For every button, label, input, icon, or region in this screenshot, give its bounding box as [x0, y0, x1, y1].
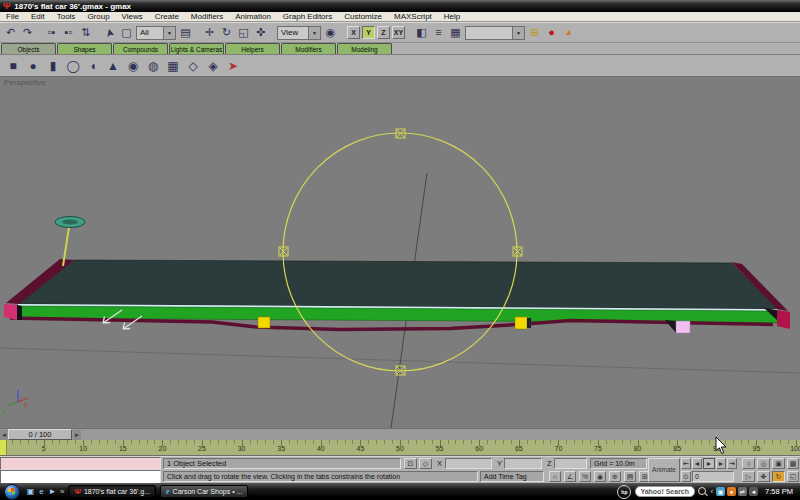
maxscript-listener-field[interactable]: [0, 470, 161, 484]
track-view-icon[interactable]: ▤: [624, 471, 636, 482]
flatcar-deck-top[interactable]: [18, 260, 777, 309]
min-max-toggle-icon[interactable]: ◱: [787, 471, 799, 482]
geosphere-primitive-icon[interactable]: ◉: [125, 57, 141, 75]
undo-button[interactable]: ↶: [3, 25, 18, 41]
tab-modeling[interactable]: Modeling: [337, 43, 392, 54]
arc-rotate-icon[interactable]: ↻: [772, 471, 785, 482]
time-slider-next-button[interactable]: ►: [73, 430, 81, 440]
search-icon[interactable]: [698, 487, 706, 495]
select-by-name-button[interactable]: ▤: [178, 25, 193, 41]
hp-logo-icon[interactable]: hp: [617, 485, 631, 499]
menu-item-graph-editors[interactable]: Graph Editors: [277, 12, 338, 21]
time-slider[interactable]: ◄ 0 / 100 ►: [0, 428, 800, 440]
go-to-start-button[interactable]: ⇤: [681, 458, 691, 469]
coord-z-field[interactable]: [554, 458, 587, 469]
tab-shapes[interactable]: Shapes: [57, 43, 112, 54]
mirror-button[interactable]: ◧: [414, 25, 429, 41]
key-mode-toggle[interactable]: ⊙: [681, 471, 691, 482]
selection-lock-toggle[interactable]: ⊡: [404, 458, 417, 469]
zoom-all-icon[interactable]: ◎: [757, 458, 770, 469]
tray-icon-messenger[interactable]: ▣: [716, 487, 725, 496]
point-helper-primitive-icon[interactable]: ➤: [225, 57, 241, 75]
time-slider-prev-button[interactable]: ◄: [0, 430, 8, 440]
menu-item-group[interactable]: Group: [81, 12, 115, 21]
flatcar-right-end-cap[interactable]: [777, 310, 790, 329]
show-desktop-icon[interactable]: ▣: [25, 486, 36, 498]
box-primitive-icon[interactable]: ■: [5, 57, 21, 75]
menu-item-create[interactable]: Create: [149, 12, 185, 21]
rotate-gizmo[interactable]: [279, 129, 522, 375]
chevron-down-icon[interactable]: ▼: [163, 27, 175, 39]
named-selection-sets-button[interactable]: ▦: [448, 25, 463, 41]
tab-lights-cameras[interactable]: Lights & Cameras: [169, 43, 224, 54]
flatcar-left-end-cap[interactable]: [4, 304, 17, 320]
select-and-scale-button[interactable]: ◱: [236, 25, 251, 41]
schematic-view-button[interactable]: ⊞: [527, 25, 542, 41]
chevron-down-icon[interactable]: ▼: [308, 27, 320, 39]
select-and-rotate-button[interactable]: ↻: [219, 25, 234, 41]
align-button[interactable]: ≡: [431, 25, 446, 41]
frame-zero-marker[interactable]: [0, 440, 7, 456]
macro-recorder-field[interactable]: [0, 457, 161, 470]
quick-launch-overflow-chevron[interactable]: »: [60, 487, 64, 496]
hedra-primitive-icon[interactable]: ◇: [185, 57, 201, 75]
menu-item-tools[interactable]: Tools: [51, 12, 82, 21]
render-button[interactable]: ◕: [561, 25, 576, 41]
cylinder-primitive-icon[interactable]: ▮: [45, 57, 61, 75]
taskbar-clock[interactable]: 7:58 PM: [765, 487, 793, 496]
restrict-y-button[interactable]: Y: [362, 26, 375, 39]
tab-objects[interactable]: Objects: [1, 43, 56, 54]
snap-3d-icon[interactable]: ∩: [549, 471, 561, 482]
torus-knot-primitive-icon[interactable]: ◈: [205, 57, 221, 75]
media-player-icon[interactable]: ►: [47, 486, 58, 498]
selection-filter-dropdown[interactable]: All ▼: [136, 26, 176, 40]
tray-icon-network[interactable]: ⇄: [738, 487, 747, 496]
restrict-xy-plane-button[interactable]: XY: [392, 26, 405, 39]
menu-item-maxscript[interactable]: MAXScript: [388, 12, 438, 21]
select-object-button[interactable]: ➤: [100, 23, 119, 42]
restrict-x-button[interactable]: X: [347, 26, 360, 39]
coord-x-field[interactable]: [445, 458, 492, 469]
snap-percent-icon[interactable]: %: [579, 471, 591, 482]
zoom-tool-icon[interactable]: ○: [742, 458, 755, 469]
play-button[interactable]: ►: [703, 458, 715, 469]
tube-primitive-icon[interactable]: ◍: [145, 57, 161, 75]
coord-y-field[interactable]: [504, 458, 542, 469]
tray-icon-volume[interactable]: ◄: [749, 487, 758, 496]
menu-item-customize[interactable]: Customize: [338, 12, 388, 21]
restrict-z-button[interactable]: Z: [377, 26, 390, 39]
absolute-offset-toggle[interactable]: ◇: [419, 458, 432, 469]
cone-primitive-icon[interactable]: ▲: [105, 57, 121, 75]
add-time-tag[interactable]: Add Time Tag: [480, 471, 544, 482]
teapot-primitive-icon[interactable]: ◖: [85, 57, 101, 75]
torus-primitive-icon[interactable]: ◯: [65, 57, 81, 75]
menu-item-help[interactable]: Help: [438, 12, 466, 21]
chevron-down-icon[interactable]: ▼: [512, 27, 524, 39]
zoom-extents-icon[interactable]: ▣: [772, 458, 785, 469]
pivot-center-button[interactable]: ◉: [323, 25, 338, 41]
plane-primitive-icon[interactable]: ▦: [165, 57, 181, 75]
keyboard-override-icon[interactable]: ⊕: [609, 471, 621, 482]
detail-part-pink[interactable]: [676, 321, 690, 333]
redo-button[interactable]: ↷: [20, 25, 35, 41]
previous-frame-button[interactable]: ◄: [692, 458, 702, 469]
time-slider-handle[interactable]: 0 / 100: [8, 429, 72, 440]
tab-compounds[interactable]: Compounds: [113, 43, 168, 54]
sphere-primitive-icon[interactable]: ●: [25, 57, 41, 75]
unlink-selection-button[interactable]: ▪▫: [61, 25, 76, 41]
menu-item-animation[interactable]: Animation: [229, 12, 277, 21]
region-select-button[interactable]: ▢: [119, 25, 134, 41]
tab-modifiers[interactable]: Modifiers: [281, 43, 336, 54]
zoom-extents-all-icon[interactable]: ▩: [787, 458, 799, 469]
field-of-view-icon[interactable]: ▷: [742, 471, 755, 482]
internet-explorer-icon[interactable]: e: [36, 486, 47, 498]
go-to-end-button[interactable]: ⇥: [727, 458, 737, 469]
bind-to-spacewarp-button[interactable]: ⇅: [78, 25, 93, 41]
menu-item-modifiers[interactable]: Modifiers: [185, 12, 229, 21]
title-bar[interactable]: Ψ 1870's flat car 36'.gmax - gmax: [0, 0, 800, 12]
yahoo-search-input[interactable]: [635, 486, 695, 497]
bolster-left[interactable]: [258, 317, 270, 328]
menu-item-file[interactable]: File: [0, 12, 25, 21]
taskbar-item-browser[interactable]: e Carson Car Shops • ...: [160, 485, 248, 498]
coordinate-system-dropdown[interactable]: View ▼: [277, 26, 321, 40]
